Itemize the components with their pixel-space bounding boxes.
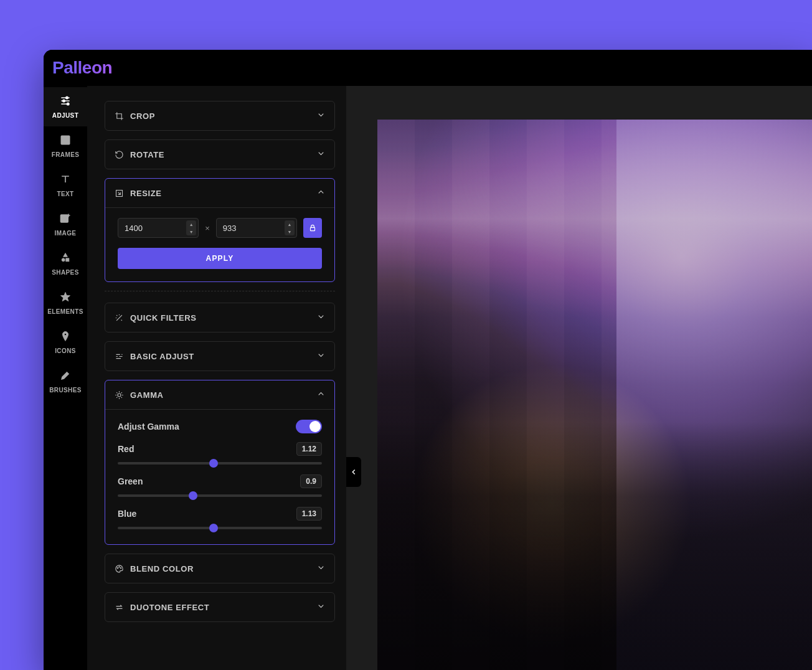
accordion-label: BASIC ADJUST: [130, 352, 194, 361]
rail-label: ELEMENTS: [47, 308, 83, 315]
accordion-label: QUICK FILTERS: [130, 313, 197, 323]
svg-point-13: [118, 566, 119, 567]
rail-label: SHAPES: [52, 269, 79, 276]
accordion-gamma-header[interactable]: GAMMA: [105, 380, 334, 409]
accordion-rotate[interactable]: ROTATE: [105, 139, 335, 169]
svg-rect-3: [61, 136, 69, 144]
canvas-image[interactable]: [377, 120, 812, 670]
rail-label: IMAGE: [55, 230, 77, 237]
rail-item-brushes[interactable]: BRUSHES: [44, 362, 87, 401]
rail-label: ICONS: [55, 347, 76, 354]
gamma-green-slider[interactable]: [118, 494, 322, 497]
slider-thumb[interactable]: [209, 524, 218, 532]
adjust-panel: CROP ROTATE: [87, 86, 346, 670]
chevron-down-icon: [316, 149, 326, 160]
chevron-down-icon: [316, 110, 326, 121]
number-spinner[interactable]: ▲▼: [285, 220, 295, 235]
slider-thumb[interactable]: [209, 459, 218, 468]
app-logo: Palleon: [52, 58, 112, 78]
gamma-toggle[interactable]: [296, 420, 322, 433]
resize-body: ▲▼ × ▲▼ APPLY: [105, 207, 334, 281]
app-body: ADJUST FRAMES TEXT IMAGE: [44, 86, 812, 670]
rail-item-text[interactable]: TEXT: [44, 166, 87, 205]
accordion-blend-color[interactable]: BLEND COLOR: [105, 554, 335, 583]
gamma-red-label: Red: [118, 444, 134, 454]
app-window: Palleon ADJUST FRAMES TEXT: [44, 50, 812, 670]
accordion-resize: RESIZE ▲▼ × ▲▼: [105, 178, 335, 282]
rail-item-image[interactable]: IMAGE: [44, 205, 87, 244]
apply-button[interactable]: APPLY: [118, 248, 322, 269]
canvas-area[interactable]: [346, 86, 812, 670]
rail-label: ADJUST: [52, 112, 78, 119]
accordion-crop[interactable]: CROP: [105, 101, 335, 131]
accordion-label: RESIZE: [130, 189, 162, 198]
shapes-icon: [59, 252, 72, 264]
svg-point-6: [62, 258, 65, 262]
sliders-icon: [114, 351, 124, 361]
svg-rect-10: [311, 227, 315, 230]
svg-point-0: [66, 97, 68, 98]
rail-item-icons[interactable]: ICONS: [44, 323, 87, 362]
svg-marker-5: [64, 253, 68, 257]
rail-item-shapes[interactable]: SHAPES: [44, 244, 87, 283]
svg-point-14: [120, 567, 121, 568]
multiply-symbol: ×: [205, 224, 210, 233]
rail-item-elements[interactable]: ELEMENTS: [44, 283, 87, 323]
svg-marker-8: [61, 293, 70, 301]
rail-label: TEXT: [57, 191, 73, 197]
frames-icon: [59, 134, 72, 146]
gamma-toggle-label: Adjust Gamma: [118, 422, 179, 432]
gamma-blue-value: 1.13: [296, 507, 322, 521]
accordion-duotone[interactable]: DUOTONE EFFECT: [105, 592, 335, 622]
palette-icon: [114, 564, 124, 573]
resize-icon: [114, 188, 124, 198]
brightness-icon: [114, 390, 124, 400]
lock-aspect-button[interactable]: [303, 218, 322, 238]
accordion-quick-filters[interactable]: QUICK FILTERS: [105, 303, 335, 333]
gamma-blue-slider[interactable]: [118, 527, 322, 529]
gamma-green-label: Green: [118, 476, 143, 486]
swap-icon: [114, 602, 124, 612]
svg-point-1: [63, 100, 65, 101]
panel-divider: [105, 291, 335, 291]
chevron-up-icon: [316, 389, 326, 400]
accordion-resize-header[interactable]: RESIZE: [105, 179, 334, 207]
accordion-label: DUOTONE EFFECT: [130, 603, 209, 612]
rail-label: FRAMES: [52, 151, 80, 158]
gamma-blue-label: Blue: [118, 509, 136, 519]
accordion-label: ROTATE: [130, 150, 164, 159]
svg-point-2: [67, 103, 69, 105]
star-icon: [59, 291, 72, 303]
panel-collapse-button[interactable]: [346, 457, 361, 487]
svg-rect-7: [66, 258, 69, 262]
pin-icon: [59, 330, 72, 342]
rail-label: BRUSHES: [49, 387, 82, 394]
chevron-up-icon: [316, 187, 326, 199]
text-icon: [59, 173, 72, 186]
rail-item-frames[interactable]: FRAMES: [44, 126, 87, 166]
sliders-icon: [59, 95, 72, 107]
wand-icon: [114, 313, 124, 323]
topbar: Palleon: [44, 50, 812, 86]
accordion-label: CROP: [130, 111, 155, 121]
svg-point-11: [118, 394, 121, 397]
chevron-down-icon: [316, 563, 326, 574]
accordion-label: BLEND COLOR: [130, 564, 194, 573]
accordion-label: GAMMA: [130, 390, 164, 400]
accordion-basic-adjust[interactable]: BASIC ADJUST: [105, 341, 335, 371]
chevron-down-icon: [316, 602, 326, 613]
crop-icon: [114, 111, 124, 121]
rotate-icon: [114, 149, 124, 159]
chevron-down-icon: [316, 312, 326, 323]
number-spinner[interactable]: ▲▼: [186, 220, 196, 235]
svg-point-12: [117, 567, 118, 568]
image-plus-icon: [59, 212, 72, 225]
gamma-body: Adjust Gamma Red 1.12: [105, 409, 334, 544]
rail-item-adjust[interactable]: ADJUST: [44, 87, 87, 126]
gamma-red-value: 1.12: [296, 442, 322, 456]
brush-icon: [59, 369, 72, 382]
gamma-red-slider[interactable]: [118, 462, 322, 465]
chevron-down-icon: [316, 351, 326, 362]
accordion-gamma: GAMMA Adjust Gamma Red 1.12: [105, 380, 335, 545]
slider-thumb[interactable]: [189, 491, 197, 500]
